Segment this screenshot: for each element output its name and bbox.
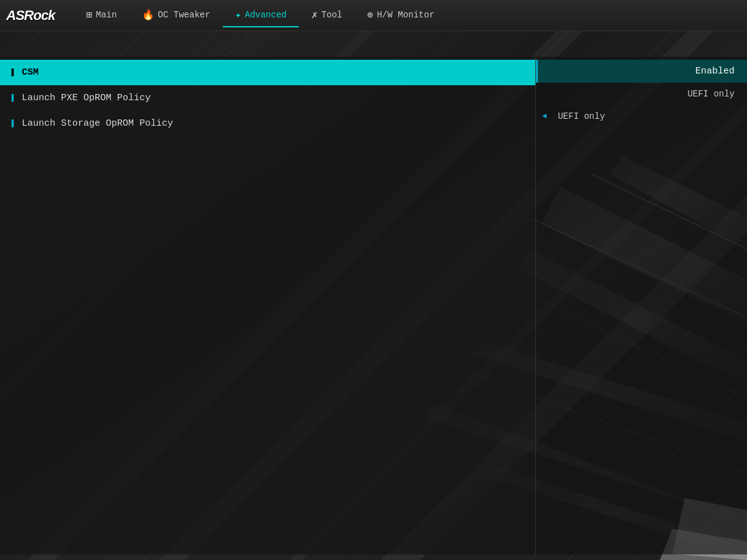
advanced-icon: ✦ <box>235 9 242 21</box>
nav-item-oc-tweaker[interactable]: 🔥 OC Tweaker <box>129 4 223 27</box>
menu-list: ▐ CSM ▐ Launch PXE OpROM Policy ▐ Launch… <box>0 57 535 139</box>
menu-item-csm[interactable]: ▐ CSM <box>0 60 535 85</box>
csm-value-text: Enabled <box>695 66 735 77</box>
menu-list-panel: ▐ CSM ▐ Launch PXE OpROM Policy ▐ Launch… <box>0 57 535 554</box>
brand-logo: ASRock <box>6 7 55 24</box>
storage-arrow-icon: ◄ <box>542 112 547 121</box>
main-icon: ⊞ <box>86 9 92 21</box>
nav-label-advanced: Advanced <box>245 10 286 20</box>
pxe-value-text: UEFI only <box>687 89 735 99</box>
pxe-label: Launch PXE OpROM Policy <box>22 93 151 103</box>
top-navigation-bar: ASRock ⊞ Main 🔥 OC Tweaker ✦ Advanced ✗ … <box>0 0 747 31</box>
nav-item-advanced[interactable]: ✦ Advanced <box>223 4 299 27</box>
tool-icon: ✗ <box>311 9 317 21</box>
oc-tweaker-icon: 🔥 <box>142 9 154 21</box>
nav-label-tool: Tool <box>321 10 342 20</box>
csm-indicator: ▐ <box>9 68 16 77</box>
hw-monitor-icon: ⊕ <box>367 9 374 21</box>
nav-item-tool[interactable]: ✗ Tool <box>299 4 354 27</box>
menu-item-launch-pxe[interactable]: ▐ Launch PXE OpROM Policy <box>0 85 535 111</box>
storage-indicator: ▐ <box>9 119 16 128</box>
content-wrapper: ▐ CSM ▐ Launch PXE OpROM Policy ▐ Launch… <box>0 57 747 554</box>
csm-value-row[interactable]: Enabled <box>536 60 747 83</box>
storage-label: Launch Storage OpROM Policy <box>22 118 173 129</box>
pxe-value-row[interactable]: UEFI only <box>536 83 747 105</box>
nav-item-main[interactable]: ⊞ Main <box>73 4 129 27</box>
pxe-indicator: ▐ <box>9 94 16 103</box>
nav-label-main: Main <box>96 10 117 20</box>
storage-value-text: UEFI only <box>558 111 605 121</box>
menu-item-launch-storage[interactable]: ▐ Launch Storage OpROM Policy <box>0 111 535 136</box>
nav-menu: ⊞ Main 🔥 OC Tweaker ✦ Advanced ✗ Tool ⊕ … <box>73 4 741 27</box>
nav-label-oc-tweaker: OC Tweaker <box>158 10 210 20</box>
nav-label-hw-monitor: H/W Monitor <box>377 10 434 20</box>
values-panel: Enabled UEFI only ◄ UEFI only <box>535 57 747 554</box>
nav-item-hw-monitor[interactable]: ⊕ H/W Monitor <box>355 4 447 27</box>
csm-label: CSM <box>22 67 39 78</box>
storage-arrow-row: ◄ UEFI only <box>536 105 747 128</box>
